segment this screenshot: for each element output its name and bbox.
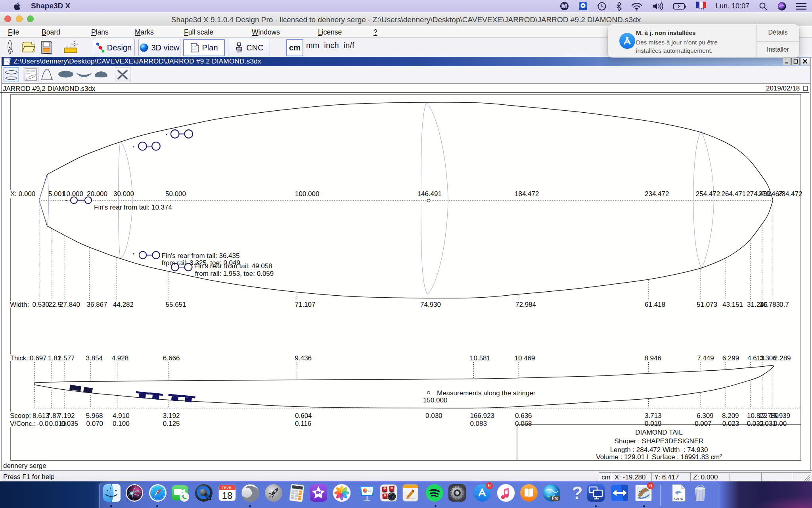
- svg-text:8.946: 8.946: [644, 354, 661, 362]
- svg-text:43.151: 43.151: [722, 301, 743, 308]
- svg-text:4.910: 4.910: [113, 412, 130, 419]
- svg-text:0.100: 0.100: [113, 420, 130, 427]
- svg-text:X: 0.000: X: 0.000: [10, 190, 35, 198]
- svg-text:20.000: 20.000: [87, 190, 107, 198]
- svg-text:-0.0: -0.0: [37, 420, 48, 427]
- svg-text:Thick.:: Thick.:: [10, 354, 30, 362]
- svg-text:Width:: Width:: [10, 301, 29, 308]
- svg-text:6.309: 6.309: [697, 412, 714, 419]
- svg-text:7.192: 7.192: [58, 412, 75, 419]
- svg-text:6.666: 6.666: [163, 354, 180, 362]
- svg-text:166.923: 166.923: [470, 412, 494, 419]
- svg-text:264.471: 264.471: [722, 190, 746, 198]
- svg-text:51.073: 51.073: [697, 301, 717, 308]
- svg-text:0.7: 0.7: [779, 301, 789, 308]
- svg-text:V/Conc.:: V/Conc.:: [10, 420, 36, 427]
- svg-text:284.472: 284.472: [778, 190, 802, 198]
- svg-text:7.449: 7.449: [697, 354, 714, 362]
- svg-text:-0.023: -0.023: [720, 420, 739, 427]
- svg-text:234.472: 234.472: [645, 190, 669, 198]
- svg-text:100.000: 100.000: [295, 190, 319, 198]
- svg-text:Length : 284.472 Width : 74.9: Length : 284.472 Width : 74.930: [610, 446, 708, 454]
- svg-text:DIAMOND TAIL: DIAMOND TAIL: [635, 429, 682, 436]
- svg-text:3.713: 3.713: [645, 412, 662, 419]
- svg-text:146.491: 146.491: [417, 190, 442, 198]
- svg-text:0.035: 0.035: [61, 420, 79, 427]
- svg-text:10.000: 10.000: [63, 190, 83, 198]
- svg-text:Fin's rear from tail: 36.435: Fin's rear from tail: 36.435: [162, 252, 240, 260]
- svg-text:-0.007: -0.007: [693, 420, 712, 427]
- svg-text:from rail: 1.953, toe: 0.059: from rail: 1.953, toe: 0.059: [195, 270, 274, 277]
- svg-text:0.00: 0.00: [774, 420, 787, 427]
- svg-text:9.436: 9.436: [295, 354, 312, 362]
- svg-text:50.000: 50.000: [165, 190, 186, 198]
- svg-text:Fin's rear from tail: 10.374: Fin's rear from tail: 10.374: [94, 204, 172, 211]
- svg-text:Scoop:: Scoop:: [10, 412, 31, 419]
- svg-text:2.577: 2.577: [58, 354, 75, 362]
- svg-text:18: 18: [222, 490, 233, 501]
- svg-text:55.651: 55.651: [166, 301, 186, 308]
- svg-text:2.289: 2.289: [774, 354, 791, 362]
- svg-text:0.125: 0.125: [163, 420, 180, 427]
- svg-text:0.116: 0.116: [295, 420, 311, 427]
- svg-text:0.068: 0.068: [515, 420, 532, 427]
- svg-text:0.030: 0.030: [425, 412, 442, 419]
- svg-text:0.636: 0.636: [515, 412, 532, 419]
- svg-text:Pro: Pro: [552, 496, 558, 500]
- svg-text:8.209: 8.209: [722, 412, 739, 419]
- svg-text:184.472: 184.472: [515, 190, 539, 198]
- svg-text:5.968: 5.968: [86, 412, 103, 419]
- svg-text:61.418: 61.418: [645, 301, 665, 308]
- svg-text:FÉVR.: FÉVR.: [222, 486, 233, 490]
- svg-text:150.000: 150.000: [423, 396, 447, 404]
- svg-text:10.581: 10.581: [470, 354, 490, 362]
- svg-text:Volume : 129.01 l Surface : 1: Volume : 129.01 l Surface : 16991.83 cm²: [596, 453, 722, 461]
- svg-text:Fin's rear from tail: 49.058: Fin's rear from tail: 49.058: [194, 262, 272, 270]
- svg-text:6.299: 6.299: [722, 354, 739, 362]
- svg-text:0.530: 0.530: [33, 301, 50, 308]
- svg-text:27.840: 27.840: [59, 301, 80, 308]
- svg-text:Measurements along the stringe: Measurements along the stringer: [437, 389, 536, 397]
- svg-text:10.469: 10.469: [515, 354, 535, 362]
- svg-text:74.930: 74.930: [420, 301, 441, 308]
- svg-text:0.604: 0.604: [295, 412, 312, 419]
- svg-text:72.984: 72.984: [515, 301, 536, 308]
- svg-text:3.854: 3.854: [86, 354, 103, 362]
- svg-text:30.000: 30.000: [113, 190, 134, 198]
- svg-text:71.107: 71.107: [295, 301, 316, 308]
- svg-text:16.783: 16.783: [759, 301, 780, 308]
- svg-text:254.472: 254.472: [696, 190, 720, 198]
- svg-text:4.928: 4.928: [112, 354, 129, 362]
- svg-text:0.019: 0.019: [645, 420, 662, 427]
- svg-text:S3DX: S3DX: [674, 497, 683, 501]
- svg-text:Shaper : SHAPE3DESIGNER: Shaper : SHAPE3DESIGNER: [615, 437, 704, 445]
- svg-text:0.697: 0.697: [30, 354, 47, 362]
- svg-text:36.867: 36.867: [87, 301, 107, 308]
- svg-text:15.939: 15.939: [770, 412, 790, 419]
- svg-text:2019/02/18: 2019/02/18: [766, 85, 800, 92]
- svg-text:JARROD #9,2 DIAMOND.s3dx: JARROD #9,2 DIAMOND.s3dx: [3, 85, 96, 92]
- svg-text:0.083: 0.083: [470, 420, 487, 427]
- svg-text:3.192: 3.192: [163, 412, 180, 419]
- svg-text:0.070: 0.070: [86, 420, 103, 427]
- svg-text:44.282: 44.282: [113, 301, 134, 308]
